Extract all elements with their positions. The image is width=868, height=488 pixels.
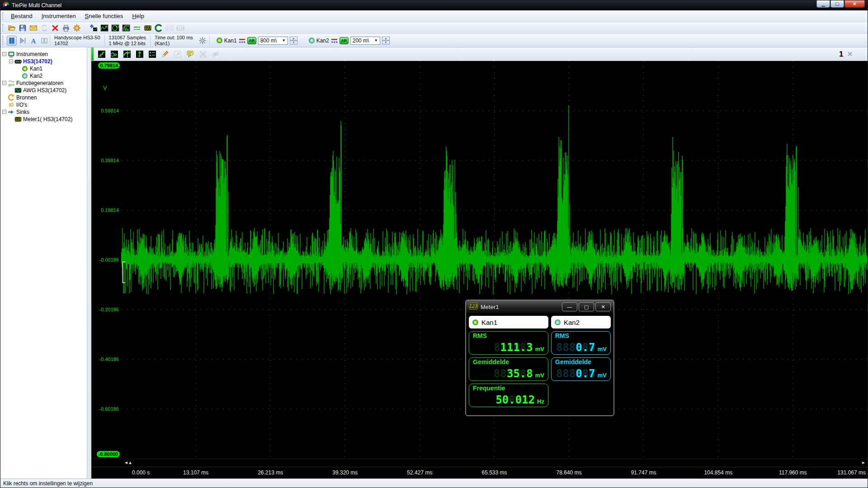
svg-text:123: 123: [469, 304, 477, 309]
meter-minimize-button[interactable]: —: [562, 302, 577, 311]
range-up-button[interactable]: ▲: [290, 37, 297, 41]
menu-bestand[interactable]: Bestand: [6, 11, 37, 21]
autoscale-button[interactable]: 0: [134, 49, 146, 60]
scroll-right-icon[interactable]: ►: [861, 460, 866, 465]
tree-item-bronnen[interactable]: Bronnen: [2, 94, 87, 101]
meter-kan2-rms[interactable]: RMS 8888880.7 mV: [551, 331, 611, 355]
email-button[interactable]: [28, 23, 39, 33]
meter-title-bar[interactable]: 123 Meter1 — ▢ ✕: [466, 300, 613, 313]
meter-display-button[interactable]: 123: [142, 23, 153, 33]
meter-tab-label: Kan2: [564, 319, 580, 326]
yt-graph-button[interactable]: Yt: [99, 23, 110, 33]
channel-group-kan2: Kan2AR200 m\▼▲▼: [306, 37, 392, 45]
tree-item-i-o-s[interactable]: IOI/O's: [2, 101, 87, 108]
range-down-button[interactable]: ▼: [382, 41, 390, 45]
measurement-label: Frequentie: [473, 385, 544, 392]
stream-button: [39, 36, 49, 46]
range-select[interactable]: 800 m\▼: [258, 37, 288, 45]
trigger-level-marker[interactable]: [123, 262, 125, 283]
coupling-icon[interactable]: [331, 38, 338, 43]
tree-item-functiegeneratoren[interactable]: −genFunctiegeneratoren: [2, 80, 87, 86]
minimize-button[interactable]: ▁: [816, 0, 830, 8]
resize-icon: [174, 50, 182, 58]
tooltip-button[interactable]: [184, 49, 196, 60]
graph-toolbar: 0 1 ✕: [91, 47, 868, 61]
pause-button[interactable]: [7, 36, 17, 46]
range-select[interactable]: 200 m\▼: [350, 37, 380, 45]
y-axis[interactable]: V 0.798140.598140.398140.19814-0.00186-0…: [91, 61, 121, 459]
print-button[interactable]: [61, 23, 71, 33]
x-axis-label: 104.854 ms: [704, 469, 732, 476]
nocross-button: [197, 49, 209, 60]
add-graph-button[interactable]: [88, 23, 99, 33]
envelope-button[interactable]: [121, 49, 133, 60]
interpolate-button[interactable]: [108, 49, 120, 60]
trigger-time-marker[interactable]: ◄▲: [124, 460, 132, 465]
menu-snelle-functies[interactable]: Snelle functies: [80, 11, 128, 21]
scope-c-button[interactable]: [153, 23, 164, 33]
autorange-button[interactable]: AR: [247, 37, 256, 44]
pen-button[interactable]: [159, 49, 171, 60]
measurement-value: 50.012: [495, 394, 535, 405]
xy-graph-button[interactable]: XY: [110, 23, 121, 33]
x-axis-label: 91.747 ms: [631, 469, 656, 476]
range-up-button[interactable]: ▲: [382, 37, 390, 41]
menu-instrumenten[interactable]: Instrumenten: [37, 11, 80, 21]
meter-close-button[interactable]: ✕: [595, 302, 611, 311]
record-info[interactable]: 131067 Samples 1 MHz @ 12 bits: [104, 35, 151, 47]
channels-button[interactable]: [146, 49, 158, 60]
tree-expander[interactable]: −: [2, 81, 6, 85]
level-graph-icon: [133, 24, 141, 32]
tree-expander[interactable]: −: [2, 52, 6, 56]
meter-kan2-gemiddelde[interactable]: Gemiddelde 8888880.7 mV: [551, 357, 611, 381]
level-graph-button[interactable]: [132, 23, 142, 33]
gen-icon: gen: [8, 80, 15, 86]
menu-help[interactable]: Help: [127, 11, 149, 21]
save-button[interactable]: [17, 23, 28, 33]
delete-button[interactable]: [50, 23, 61, 33]
channel-label: Kan2: [316, 38, 329, 44]
tree-item-instrumenten[interactable]: −Instrumenten: [2, 51, 87, 57]
sidebar-splitter[interactable]: [87, 47, 91, 479]
autosetup-button[interactable]: A: [28, 36, 38, 46]
x-axis[interactable]: 0.000 s13.107 ms26.213 ms39.320 ms52.427…: [91, 467, 868, 479]
tree-item-meter1-hs3-14702[interactable]: 123Meter1( HS3(14702): [2, 116, 87, 122]
coupling-icon[interactable]: [239, 38, 245, 43]
measure-indicator-icon: [198, 36, 208, 46]
timeout-info[interactable]: Time out: 100 ms (Kan1): [150, 35, 197, 47]
measurement-unit: mV: [598, 372, 607, 379]
meter-tab-kan1[interactable]: Kan1: [469, 316, 548, 328]
range-down-button[interactable]: ▼: [290, 41, 297, 45]
maximize-button[interactable]: ▢: [830, 0, 844, 8]
meter-kan1-frequentie[interactable]: Frequentie 88888850.012 Hz: [469, 384, 548, 407]
meter-kan1-rms[interactable]: RMS 888888111.3 mV: [469, 331, 548, 355]
tiepie-multichannel-window: TiePie Multi Channel ▁ ▢ ✕ BestandInstru…: [0, 0, 868, 488]
tree-expander[interactable]: −: [2, 110, 6, 114]
tree-item-kan2[interactable]: Kan2: [2, 72, 87, 79]
close-button[interactable]: ✕: [844, 0, 865, 8]
meter-tab-kan2[interactable]: Kan2: [551, 316, 611, 328]
meter-kan1-gemiddelde[interactable]: Gemiddelde 88888835.8 mV: [469, 357, 548, 381]
tree-expander[interactable]: −: [9, 59, 13, 63]
y-axis-label: 0.39814: [101, 158, 119, 163]
measurement-unit: Hz: [537, 398, 544, 405]
timeout-value: Time out: 100 ms: [155, 35, 193, 41]
tree-item-sinks[interactable]: −Sinks: [2, 108, 87, 115]
time-scrollbar[interactable]: ◄▲ ►: [91, 459, 868, 467]
autorange-button[interactable]: AR: [340, 37, 349, 44]
led-cyan-icon: [22, 73, 28, 79]
measurement-label: RMS: [473, 333, 544, 339]
measurement-unit: mV: [535, 372, 544, 379]
tree-item-kan1[interactable]: Kan1: [2, 65, 87, 72]
open-button[interactable]: [6, 23, 17, 33]
fft-graph-button[interactable]: FFT: [121, 23, 132, 33]
settings-button[interactable]: [71, 23, 82, 33]
meter-maximize-button[interactable]: ▢: [579, 302, 594, 311]
step-display-button[interactable]: [96, 49, 108, 60]
app-logo-icon: [2, 1, 9, 10]
device-name: Handyscope HS3-50: [54, 35, 100, 41]
graph-close-icon[interactable]: ✕: [845, 49, 855, 59]
svg-text:0: 0: [138, 54, 140, 57]
tree-item-hs3-14702[interactable]: −HS3(14702): [2, 58, 87, 65]
tree-item-awg-hs3-14702[interactable]: AWG HS3(14702): [2, 87, 87, 94]
